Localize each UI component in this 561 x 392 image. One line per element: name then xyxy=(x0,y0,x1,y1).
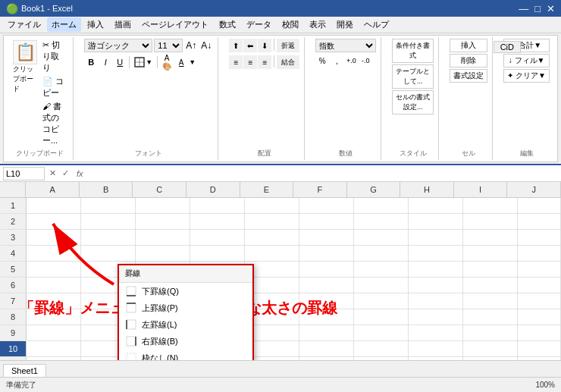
cell[interactable] xyxy=(299,262,354,277)
cell[interactable] xyxy=(81,198,136,213)
menu-file[interactable]: ファイル xyxy=(3,17,45,32)
format-as-table-button[interactable]: テーブルとして... xyxy=(392,64,434,89)
cell[interactable] xyxy=(136,230,190,245)
cell[interactable] xyxy=(299,214,354,229)
cell[interactable] xyxy=(463,262,518,277)
number-format-select[interactable]: 指数 xyxy=(315,39,376,52)
format-button[interactable]: 書式設定 xyxy=(450,69,487,83)
cell[interactable] xyxy=(299,309,354,325)
cell[interactable] xyxy=(518,309,561,325)
menu-review[interactable]: 校閲 xyxy=(277,17,303,32)
cell[interactable] xyxy=(27,246,81,261)
cell[interactable] xyxy=(463,309,518,325)
cell[interactable] xyxy=(409,214,463,229)
paste-button[interactable]: 📋 クリップボード xyxy=(11,39,39,96)
cid-button[interactable]: CiD xyxy=(494,41,521,53)
cell[interactable] xyxy=(354,214,409,229)
cell[interactable] xyxy=(463,230,518,245)
cell[interactable] xyxy=(463,341,518,356)
align-center-button[interactable]: ≡ xyxy=(243,55,257,69)
cell[interactable] xyxy=(518,230,561,245)
menu-insert[interactable]: 挿入 xyxy=(83,17,108,32)
cell[interactable] xyxy=(27,293,81,309)
menu-view[interactable]: 表示 xyxy=(305,17,331,32)
cell[interactable] xyxy=(245,214,299,229)
cell[interactable] xyxy=(518,357,561,360)
align-top-button[interactable]: ⬆ xyxy=(229,39,243,52)
cell[interactable] xyxy=(354,325,409,340)
font-color-button[interactable]: A xyxy=(174,55,188,69)
cell[interactable] xyxy=(136,198,190,213)
increase-decimal-button[interactable]: +.0 xyxy=(344,54,358,67)
cell[interactable] xyxy=(299,293,354,309)
border-item-left[interactable]: 左罫線(L) xyxy=(119,316,252,333)
decrease-font-btn[interactable]: A↓ xyxy=(199,39,213,52)
cell[interactable] xyxy=(27,278,81,293)
cell[interactable] xyxy=(409,262,463,277)
menu-draw[interactable]: 描画 xyxy=(110,17,136,32)
cell-styles-button[interactable]: セルの書式設定... xyxy=(392,90,434,114)
cell[interactable] xyxy=(299,230,354,245)
cell[interactable] xyxy=(409,293,463,309)
wrap-text-button[interactable]: 折返 xyxy=(277,39,299,52)
cell[interactable] xyxy=(81,230,136,245)
font-size-select[interactable]: 11 xyxy=(154,39,183,52)
cell[interactable] xyxy=(81,246,136,261)
sheet-tab-1[interactable]: Sheet1 xyxy=(3,364,46,377)
font-name-select[interactable]: 游ゴシック xyxy=(84,39,152,52)
cell[interactable] xyxy=(518,262,561,277)
cell[interactable] xyxy=(518,246,561,261)
font-color-arrow[interactable]: ▼ xyxy=(189,58,196,66)
cell[interactable] xyxy=(463,325,518,340)
cell[interactable] xyxy=(409,230,463,245)
cell[interactable] xyxy=(354,262,409,277)
decrease-decimal-button[interactable]: -.0 xyxy=(359,54,372,67)
align-middle-button[interactable]: ⬅ xyxy=(243,39,257,52)
menu-dev[interactable]: 開発 xyxy=(332,17,358,32)
cell[interactable] xyxy=(409,198,463,213)
border-item-none[interactable]: 枠なし(N) xyxy=(119,350,252,360)
cut-button[interactable]: ✂ 切り取り xyxy=(40,39,68,74)
delete-button[interactable]: 削除 xyxy=(450,54,487,67)
underline-button[interactable]: U xyxy=(113,55,127,69)
cell[interactable] xyxy=(354,357,409,360)
cell[interactable] xyxy=(190,214,245,229)
cell[interactable] xyxy=(463,357,518,360)
cell[interactable] xyxy=(518,198,561,213)
cell[interactable] xyxy=(136,214,190,229)
cell[interactable] xyxy=(463,293,518,309)
insert-button[interactable]: 挿入 xyxy=(450,39,487,52)
cell[interactable] xyxy=(190,230,245,245)
minimize-btn[interactable]: — xyxy=(519,3,528,14)
menu-page-layout[interactable]: ページレイアウト xyxy=(137,17,213,32)
cell[interactable] xyxy=(354,230,409,245)
cell[interactable] xyxy=(409,325,463,340)
conditional-format-button[interactable]: 条件付き書式 xyxy=(392,39,434,63)
border-dropdown-button[interactable]: ▼ xyxy=(132,55,155,69)
cell[interactable] xyxy=(518,214,561,229)
menu-home[interactable]: ホーム xyxy=(47,17,81,32)
menu-data[interactable]: データ xyxy=(242,17,276,32)
increase-font-btn[interactable]: A↑ xyxy=(184,39,198,52)
cell[interactable] xyxy=(299,198,354,213)
cell[interactable] xyxy=(27,309,81,325)
clear-button[interactable]: ✦ クリア▼ xyxy=(503,69,550,83)
cell[interactable] xyxy=(245,246,299,261)
cell[interactable] xyxy=(299,341,354,356)
cell[interactable] xyxy=(299,246,354,261)
cell[interactable] xyxy=(463,246,518,261)
cell[interactable] xyxy=(354,293,409,309)
cell[interactable] xyxy=(27,198,81,213)
cell[interactable] xyxy=(518,278,561,293)
cell[interactable] xyxy=(463,278,518,293)
cell[interactable] xyxy=(27,357,81,360)
formula-input[interactable] xyxy=(89,169,558,178)
cell[interactable] xyxy=(27,325,81,340)
cell[interactable] xyxy=(190,198,245,213)
cell[interactable] xyxy=(354,278,409,293)
cell[interactable] xyxy=(518,325,561,340)
cell[interactable] xyxy=(463,214,518,229)
bold-button[interactable]: B xyxy=(84,55,98,69)
cell[interactable] xyxy=(409,357,463,360)
cell[interactable] xyxy=(463,198,518,213)
